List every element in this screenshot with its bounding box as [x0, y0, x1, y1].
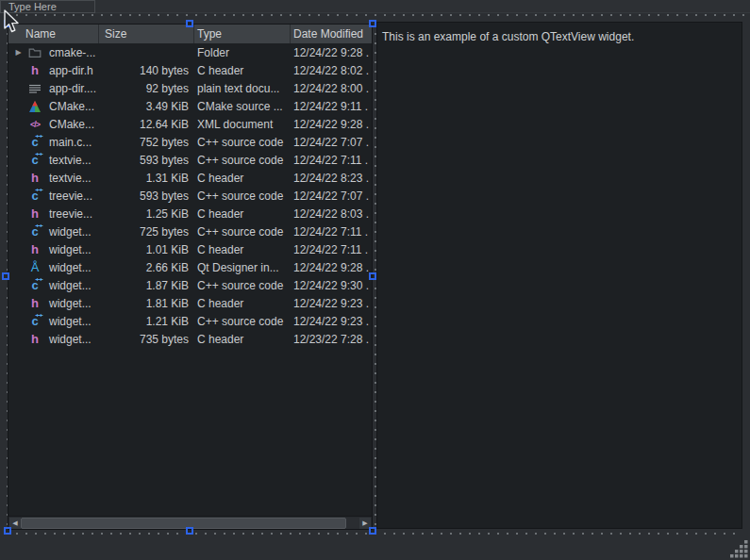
- file-type: plain text docu...: [194, 82, 291, 95]
- cpp-icon: c++: [28, 314, 42, 328]
- file-size: 140 bytes: [99, 64, 194, 77]
- file-name: main.c...: [49, 136, 92, 149]
- table-row[interactable]: h app-dir.h 140 bytes C header 12/24/22 …: [8, 61, 372, 79]
- file-type: C++ source code: [194, 315, 291, 328]
- text-view-content: This is an example of a custom QTextView…: [382, 30, 634, 43]
- table-row[interactable]: h widget... 735 bytes C header 12/23/22 …: [8, 330, 372, 348]
- file-size: 2.66 KiB: [99, 261, 194, 274]
- table-row[interactable]: c++ treevie... 593 bytes C++ source code…: [8, 187, 372, 205]
- table-row[interactable]: h treevie... 1.25 KiB C header 12/24/22 …: [8, 205, 372, 222]
- resize-handle-middle-left[interactable]: [2, 272, 9, 280]
- table-row[interactable]: c++ widget... 725 bytes C++ source code …: [8, 222, 372, 240]
- expand-arrow-icon[interactable]: ▶: [8, 48, 28, 57]
- resize-handle-top-middle[interactable]: [186, 20, 193, 27]
- file-type: C header: [194, 172, 291, 185]
- file-type: C header: [194, 243, 291, 256]
- table-row[interactable]: h widget... 1.01 KiB C header 12/24/22 7…: [8, 240, 372, 258]
- c-header-icon: h: [28, 171, 42, 185]
- cpp-icon: c++: [28, 189, 42, 203]
- table-row[interactable]: c++ widget... 1.21 KiB C++ source code 1…: [8, 312, 372, 330]
- file-name: textvie...: [49, 154, 92, 167]
- file-date-modified: 12/24/22 8:03 .: [291, 207, 372, 221]
- table-row[interactable]: h widget... 1.81 KiB C header 12/24/22 9…: [8, 294, 372, 312]
- file-tree-view[interactable]: Name Size Type Date Modified ▶ cmake-...…: [8, 24, 373, 530]
- file-name: widget...: [49, 297, 92, 310]
- file-name: app-dir....: [49, 82, 96, 95]
- table-row[interactable]: c++ widget... 1.87 KiB C++ source code 1…: [8, 276, 372, 294]
- file-date-modified: 12/24/22 8:00 .: [291, 82, 372, 95]
- file-date-modified: 12/24/22 7:07 .: [291, 189, 372, 203]
- column-header-size[interactable]: Size: [99, 25, 194, 43]
- table-row[interactable]: Å widget... 2.66 KiB Qt Designer in... 1…: [8, 258, 372, 276]
- file-size: 1.87 KiB: [99, 279, 194, 292]
- table-row[interactable]: </> CMake... 12.64 KiB XML document 12/2…: [8, 115, 372, 133]
- table-row[interactable]: c++ textvie... 593 bytes C++ source code…: [8, 151, 372, 169]
- file-type: C header: [194, 207, 291, 221]
- designer-icon: Å: [28, 260, 42, 274]
- tree-rows: ▶ cmake-... Folder 12/24/22 9:28 . h app…: [8, 43, 372, 516]
- table-row[interactable]: app-dir.... 92 bytes plain text docu... …: [8, 79, 372, 97]
- file-type: C++ source code: [194, 136, 291, 149]
- file-size: 1.25 KiB: [99, 207, 194, 221]
- file-type: C header: [194, 333, 291, 346]
- file-date-modified: 12/24/22 9:23 .: [291, 297, 372, 310]
- file-date-modified: 12/24/22 7:11 .: [291, 225, 372, 239]
- file-name: widget...: [49, 243, 92, 256]
- scrollbar-thumb[interactable]: [21, 518, 346, 529]
- file-size: 1.21 KiB: [99, 315, 194, 328]
- file-type: CMake source ...: [194, 100, 291, 113]
- file-date-modified: 12/24/22 8:02 .: [291, 64, 372, 77]
- table-row[interactable]: CMake... 3.49 KiB CMake source ... 12/24…: [8, 97, 372, 115]
- file-date-modified: 12/24/22 8:23 .: [291, 172, 372, 185]
- file-name: treevie...: [49, 207, 92, 221]
- cpp-icon: c++: [28, 135, 42, 149]
- cpp-icon: c++: [28, 278, 42, 292]
- file-name: widget...: [49, 279, 92, 292]
- resize-handle-bottom-left[interactable]: [4, 527, 11, 535]
- text-view[interactable]: This is an example of a custom QTextView…: [376, 22, 742, 529]
- file-date-modified: 12/24/22 7:11 .: [291, 154, 372, 167]
- column-header-name[interactable]: Name: [8, 25, 99, 43]
- cpp-icon: c++: [28, 153, 42, 167]
- file-type: Folder: [194, 46, 291, 59]
- file-date-modified: 12/23/22 7:28 .: [291, 333, 372, 346]
- c-header-icon: h: [28, 332, 42, 346]
- file-name: widget...: [49, 261, 92, 274]
- file-type: C++ source code: [194, 225, 291, 239]
- size-grip-icon[interactable]: [730, 540, 749, 559]
- table-row[interactable]: ▶ cmake-... Folder 12/24/22 9:28 .: [8, 43, 372, 61]
- file-name: app-dir.h: [49, 64, 93, 77]
- file-size: 12.64 KiB: [99, 118, 194, 131]
- file-name: widget...: [49, 315, 92, 328]
- table-row[interactable]: c++ main.c... 752 bytes C++ source code …: [8, 133, 372, 151]
- file-type: C++ source code: [194, 154, 291, 167]
- file-date-modified: 12/24/22 9:28 .: [291, 261, 372, 274]
- c-header-icon: h: [28, 296, 42, 310]
- file-name: widget...: [49, 333, 92, 346]
- resize-handle-bottom-middle[interactable]: [186, 527, 193, 535]
- resize-handle-bottom-right[interactable]: [369, 527, 376, 535]
- file-size: 1.01 KiB: [99, 243, 194, 256]
- text-icon: [28, 81, 42, 95]
- file-name: textvie...: [49, 172, 92, 185]
- file-date-modified: 12/24/22 9:28 .: [291, 118, 372, 131]
- file-type: C++ source code: [194, 189, 291, 203]
- file-size: 3.49 KiB: [99, 100, 194, 113]
- file-size: 1.31 KiB: [99, 172, 194, 185]
- file-name: treevie...: [49, 189, 92, 203]
- c-header-icon: h: [28, 242, 42, 256]
- c-header-icon: h: [28, 206, 42, 221]
- file-type: C++ source code: [194, 279, 291, 292]
- file-name: CMake...: [49, 118, 94, 131]
- resize-handle-top-right[interactable]: [369, 20, 376, 27]
- file-size: 92 bytes: [99, 82, 194, 95]
- file-date-modified: 12/24/22 9:28 .: [291, 46, 372, 59]
- column-header-date-modified[interactable]: Date Modified: [291, 25, 372, 43]
- resize-handle-middle-right[interactable]: [369, 272, 376, 280]
- file-date-modified: 12/24/22 7:11 .: [291, 243, 372, 256]
- column-header-type[interactable]: Type: [194, 25, 291, 43]
- mouse-cursor-icon: [3, 9, 22, 36]
- folder-icon: [28, 45, 42, 59]
- file-date-modified: 12/24/22 9:23 .: [291, 315, 372, 328]
- table-row[interactable]: h textvie... 1.31 KiB C header 12/24/22 …: [8, 169, 372, 187]
